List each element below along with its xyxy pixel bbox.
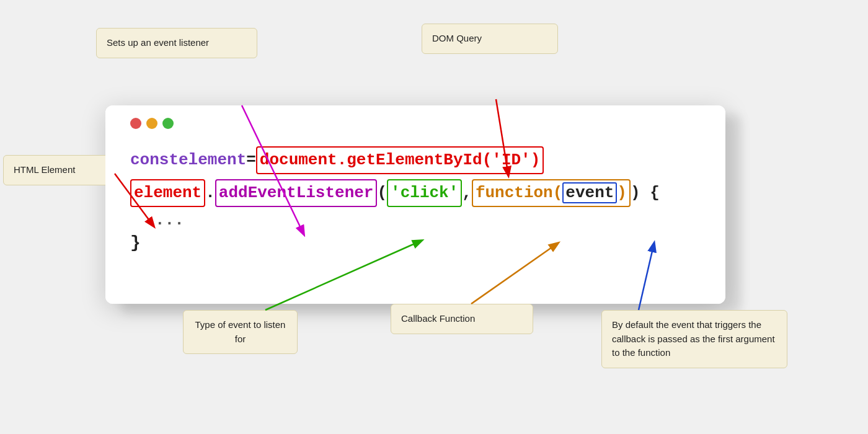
token-event: event [562,182,617,203]
maximize-button[interactable] [162,118,174,129]
close-button[interactable] [130,118,141,129]
token-const: const [130,148,179,172]
tooltip-callback-function: Callback Function [391,304,533,334]
token-element-1: element [179,148,246,172]
tooltip-dom-query: DOM Query [422,24,558,54]
code-line-1: const element = document.getElementById(… [130,146,701,174]
token-paren-event-open: ( [553,184,563,202]
minimize-button[interactable] [146,118,157,129]
token-dom-query: document.getElementById('ID') [256,146,544,174]
code-line-3: ... [130,211,701,229]
tooltip-html-element: HTML Element [3,155,115,185]
token-element-outlined: element [130,179,205,207]
token-dot: . [205,181,215,205]
traffic-lights [130,118,701,129]
token-paren-event-close: ) [617,184,627,202]
tooltip-event-argument: By default the event that triggers the c… [601,310,787,368]
token-eq: = [246,148,256,172]
token-function: function(event) [472,179,631,207]
token-click: 'click' [387,179,462,207]
token-paren-open: ( [377,181,387,205]
token-addeventlistener: addEventListener [215,179,378,207]
code-window: const element = document.getElementById(… [105,105,725,304]
token-comma: , [462,181,472,205]
scene: const element = document.getElementById(… [0,0,868,434]
tooltip-sets-up-listener: Sets up an event listener [96,28,257,58]
token-rest: ) { [631,181,660,205]
code-line-4: } [130,233,701,252]
tooltip-type-of-event: Type of event to listen for [183,310,298,354]
code-line-2: element . addEventListener ( 'click' , f… [130,179,701,207]
